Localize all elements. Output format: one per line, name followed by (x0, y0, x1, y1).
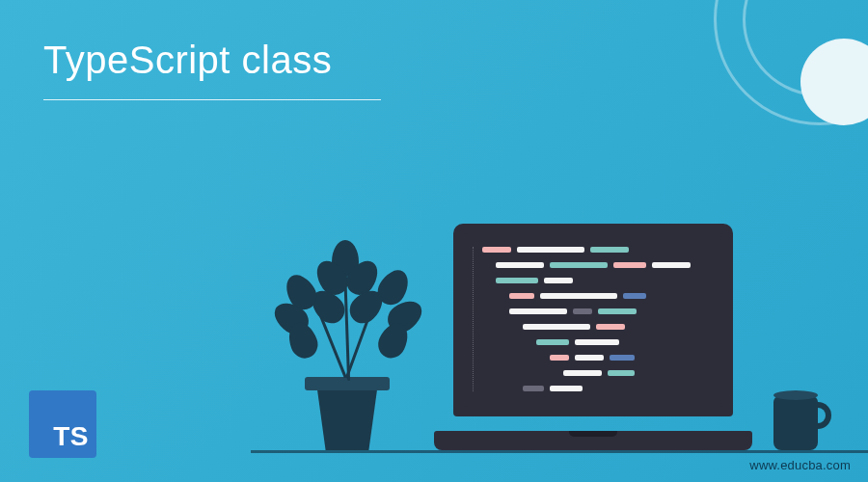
mug-handle (812, 402, 831, 429)
laptop-screen (463, 233, 723, 407)
code-line (563, 370, 710, 376)
code-line-numbers (473, 247, 475, 391)
page-title: TypeScript class (43, 39, 381, 95)
banner-root: TypeScript class TS (0, 0, 868, 482)
code-line (523, 324, 710, 330)
website-url: www.educba.com (749, 458, 851, 472)
mug-icon (773, 390, 829, 450)
code-line (523, 386, 710, 391)
plant-pot (309, 383, 386, 450)
title-block: TypeScript class (43, 39, 381, 100)
code-line (496, 278, 710, 283)
code-line (550, 355, 710, 361)
typescript-logo-icon: TS (29, 390, 96, 458)
laptop-screen-frame (453, 224, 733, 416)
code-line (482, 247, 710, 253)
mug-top (773, 390, 818, 400)
code-line (496, 262, 710, 268)
plant-icon (260, 238, 434, 450)
code-line (509, 308, 710, 314)
desk-surface (251, 450, 868, 453)
laptop-icon (434, 224, 752, 450)
laptop-notch (569, 431, 617, 437)
code-line (536, 339, 710, 345)
ts-badge-label: TS (53, 421, 89, 452)
code-line (509, 293, 710, 299)
title-underline (43, 99, 381, 100)
